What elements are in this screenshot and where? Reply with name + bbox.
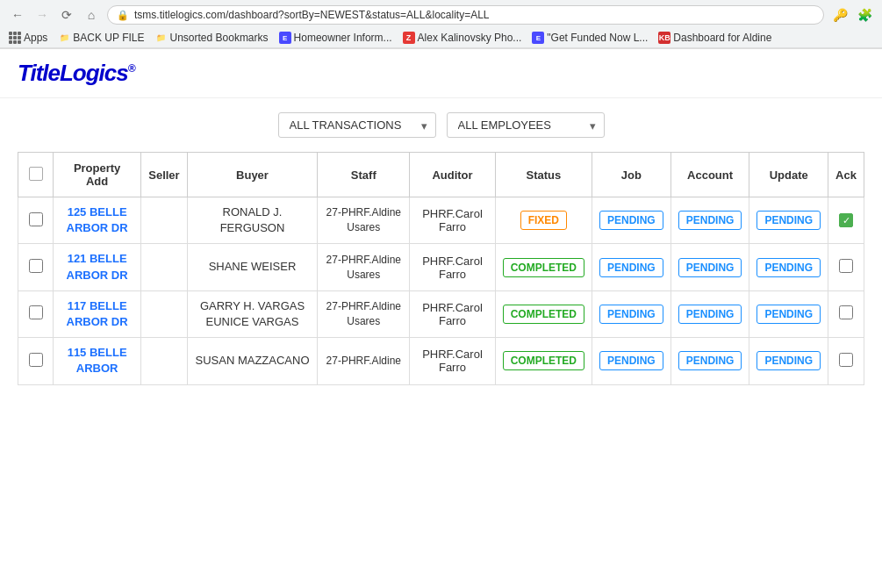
transactions-table: PropertyAdd Seller Buyer Staff Auditor S… <box>18 152 864 385</box>
job-cell: PENDING <box>592 290 671 337</box>
status-cell: FIXED <box>495 197 592 244</box>
apps-icon <box>9 32 21 44</box>
property-cell: 121 BELLE ARBOR DR <box>54 244 141 290</box>
update-cell: PENDING <box>749 244 828 290</box>
employee-filter[interactable]: ALL EMPLOYEES <box>447 112 605 138</box>
logo: TitleLogics® <box>18 60 864 87</box>
property-link[interactable]: 125 BELLE ARBOR DR <box>67 205 128 234</box>
header-ack: Ack <box>828 153 864 197</box>
extensions-button[interactable]: 🧩 <box>856 6 873 24</box>
update-badge: PENDING <box>757 258 821 277</box>
ack-cell <box>828 244 864 290</box>
folder-icon: 📁 <box>58 32 70 44</box>
status-badge: FIXED <box>520 211 567 230</box>
bookmark-getfunded[interactable]: E "Get Funded Now L... <box>532 32 648 44</box>
filters-bar: ALL TRANSACTIONS ALL EMPLOYEES <box>0 98 882 152</box>
status-badge: COMPLETED <box>503 305 584 324</box>
bookmark-homeowner-label: Homeowner Inform... <box>294 32 392 44</box>
back-button[interactable]: ← <box>9 6 26 24</box>
bookmark-unsorted[interactable]: 📁 Unsorted Bookmarks <box>155 32 269 44</box>
reload-button[interactable]: ⟳ <box>58 6 75 24</box>
account-cell: PENDING <box>670 338 749 384</box>
job-badge: PENDING <box>599 211 663 230</box>
ack-cell <box>828 290 864 337</box>
ack-checkbox[interactable] <box>839 259 853 273</box>
header-status: Status <box>495 153 592 197</box>
job-cell: PENDING <box>592 244 671 290</box>
bookmark-apps[interactable]: Apps <box>9 32 47 44</box>
row-checkbox[interactable] <box>29 353 43 367</box>
browser-chrome: ← → ⟳ ⌂ 🔒 tsms.titlelogics.com/dashboard… <box>0 0 882 49</box>
staff-cell: 27-PHRF.Aldine Usares <box>318 290 410 337</box>
table-row: 117 BELLE ARBOR DRGARRY H. VARGAS EUNICE… <box>18 290 864 337</box>
job-cell: PENDING <box>592 197 671 244</box>
status-cell: COMPLETED <box>495 244 592 290</box>
table-row: 125 BELLE ARBOR DRRONALD J. FERGUSON27-P… <box>18 197 864 244</box>
bookmark-getfunded-label: "Get Funded Now L... <box>547 32 648 44</box>
property-link[interactable]: 117 BELLE ARBOR DR <box>67 299 128 328</box>
ack-checkbox[interactable] <box>839 305 853 319</box>
home-button[interactable]: ⌂ <box>82 6 100 24</box>
logo-text: TitleLogics® <box>18 60 135 86</box>
staff-cell: 27-PHRF.Aldine Usares <box>318 197 410 244</box>
status-cell: COMPLETED <box>495 290 592 337</box>
profile-button[interactable]: 🔑 <box>831 6 849 24</box>
ack-cell <box>828 197 864 244</box>
header-job: Job <box>592 153 671 197</box>
property-link[interactable]: 115 BELLE ARBOR <box>68 346 127 375</box>
forward-button[interactable]: → <box>33 6 51 24</box>
header-account: Account <box>670 153 749 197</box>
bookmarks-bar: Apps 📁 BACK UP FILE 📁 Unsorted Bookmarks… <box>0 30 882 48</box>
bookmark-dashboard-label: Dashboard for Aldine <box>673 32 771 44</box>
ack-cell <box>828 338 864 384</box>
bookmark-backup[interactable]: 📁 BACK UP FILE <box>58 32 144 44</box>
update-cell: PENDING <box>749 197 828 244</box>
auditor-cell: PHRF.Carol Farro <box>410 244 495 290</box>
job-badge: PENDING <box>599 258 663 277</box>
browser-toolbar: ← → ⟳ ⌂ 🔒 tsms.titlelogics.com/dashboard… <box>0 0 882 30</box>
staff-cell: 27-PHRF.Aldine <box>318 338 410 384</box>
header-buyer: Buyer <box>187 153 318 197</box>
auditor-cell: PHRF.Carol Farro <box>410 290 495 337</box>
table-row: 115 BELLE ARBORSUSAN MAZZACANO27-PHRF.Al… <box>18 338 864 384</box>
header-checkbox[interactable] <box>18 153 54 197</box>
row-checkbox[interactable] <box>29 305 43 319</box>
bookmark-dashboard[interactable]: KB Dashboard for Aldine <box>658 32 771 44</box>
row-checkbox[interactable] <box>29 212 43 226</box>
seller-cell <box>141 197 187 244</box>
job-badge: PENDING <box>599 305 663 324</box>
staff-cell: 27-PHRF.Aldine Usares <box>318 244 410 290</box>
table-header-row: PropertyAdd Seller Buyer Staff Auditor S… <box>18 153 864 197</box>
auditor-cell: PHRF.Carol Farro <box>410 197 495 244</box>
ack-checkbox[interactable] <box>839 213 853 227</box>
account-badge: PENDING <box>678 305 742 324</box>
folder-icon: 📁 <box>155 32 168 44</box>
property-cell: 125 BELLE ARBOR DR <box>54 197 141 244</box>
update-cell: PENDING <box>749 290 828 337</box>
update-cell: PENDING <box>749 338 828 384</box>
update-badge: PENDING <box>757 305 821 324</box>
lock-icon: 🔒 <box>117 10 129 21</box>
job-cell: PENDING <box>592 338 671 384</box>
transaction-filter[interactable]: ALL TRANSACTIONS <box>278 112 436 138</box>
url-bar[interactable]: 🔒 tsms.titlelogics.com/dashboard?sortBy=… <box>107 5 824 25</box>
header-auditor: Auditor <box>410 153 495 197</box>
ack-checkbox[interactable] <box>839 353 853 367</box>
row-checkbox-cell <box>18 290 54 337</box>
account-cell: PENDING <box>670 290 749 337</box>
status-cell: COMPLETED <box>495 338 592 384</box>
buyer-cell: SHANE WEISER <box>187 244 318 290</box>
row-checkbox-cell <box>18 197 54 244</box>
buyer-cell: SUSAN MAZZACANO <box>187 338 318 384</box>
seller-cell <box>141 244 187 290</box>
bookmark-alex[interactable]: Z Alex Kalinovsky Pho... <box>403 32 522 44</box>
account-badge: PENDING <box>678 211 742 230</box>
z-icon: Z <box>403 32 415 44</box>
property-link[interactable]: 121 BELLE ARBOR DR <box>67 252 128 281</box>
select-all-checkbox[interactable] <box>29 167 43 181</box>
row-checkbox[interactable] <box>29 259 43 273</box>
ext-icon: E <box>532 32 544 44</box>
bookmark-homeowner[interactable]: E Homeowner Inform... <box>279 32 392 44</box>
bookmark-unsorted-label: Unsorted Bookmarks <box>170 32 269 44</box>
seller-cell <box>141 338 187 384</box>
